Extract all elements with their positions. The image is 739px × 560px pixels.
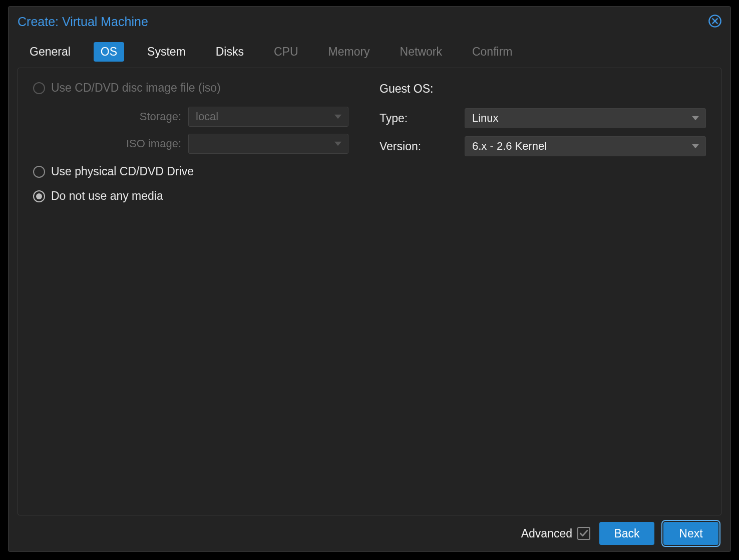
chevron-down-icon xyxy=(334,113,342,121)
tab-memory: Memory xyxy=(321,42,377,62)
dialog-header: Create: Virtual Machine xyxy=(9,7,730,37)
storage-value: local xyxy=(196,110,218,123)
close-icon xyxy=(708,14,722,28)
type-row: Type: Linux xyxy=(380,107,706,129)
content-frame: Use CD/DVD disc image file (iso) Storage… xyxy=(18,68,721,515)
radio-use-physical[interactable]: Use physical CD/DVD Drive xyxy=(33,165,359,178)
tab-general[interactable]: General xyxy=(23,42,78,62)
tab-network: Network xyxy=(393,42,449,62)
tab-system[interactable]: System xyxy=(140,42,193,62)
guest-os-column: Guest OS: Type: Linux Version: 6.x - 2.6… xyxy=(380,81,706,214)
version-value: 6.x - 2.6 Kernel xyxy=(472,140,547,153)
check-icon xyxy=(579,529,588,538)
chevron-down-icon xyxy=(691,142,699,150)
iso-image-label: ISO image: xyxy=(33,137,188,150)
type-select[interactable]: Linux xyxy=(465,108,706,128)
next-button[interactable]: Next xyxy=(663,522,718,545)
tab-disks[interactable]: Disks xyxy=(209,42,251,62)
close-button[interactable] xyxy=(707,14,722,29)
radio-icon xyxy=(33,190,45,202)
media-column: Use CD/DVD disc image file (iso) Storage… xyxy=(33,81,359,214)
radio-use-physical-label: Use physical CD/DVD Drive xyxy=(51,165,194,178)
version-label: Version: xyxy=(380,140,465,153)
tab-confirm: Confirm xyxy=(465,42,520,62)
storage-select: local xyxy=(188,107,348,127)
type-value: Linux xyxy=(472,112,499,125)
radio-use-iso-label: Use CD/DVD disc image file (iso) xyxy=(51,81,221,95)
iso-image-select xyxy=(188,134,348,154)
advanced-toggle[interactable]: Advanced xyxy=(521,527,590,540)
storage-row: Storage: local xyxy=(33,106,359,128)
guest-os-heading: Guest OS: xyxy=(380,81,706,96)
create-vm-dialog: Create: Virtual Machine General OS Syste… xyxy=(8,6,731,552)
advanced-label: Advanced xyxy=(521,527,572,540)
radio-icon xyxy=(33,166,45,178)
dialog-title: Create: Virtual Machine xyxy=(18,15,148,29)
version-row: Version: 6.x - 2.6 Kernel xyxy=(380,135,706,157)
storage-label: Storage: xyxy=(33,110,188,123)
iso-image-row: ISO image: xyxy=(33,133,359,155)
radio-use-iso[interactable]: Use CD/DVD disc image file (iso) xyxy=(33,81,359,95)
tab-os[interactable]: OS xyxy=(94,42,124,62)
dialog-footer: Advanced Back Next xyxy=(9,515,730,551)
wizard-tabbar: General OS System Disks CPU Memory Netwo… xyxy=(9,37,730,67)
version-select[interactable]: 6.x - 2.6 Kernel xyxy=(465,136,706,156)
chevron-down-icon xyxy=(691,114,699,122)
chevron-down-icon xyxy=(334,140,342,148)
type-label: Type: xyxy=(380,112,465,125)
radio-icon xyxy=(33,82,45,94)
tab-cpu: CPU xyxy=(267,42,305,62)
advanced-checkbox xyxy=(577,527,590,540)
radio-no-media-label: Do not use any media xyxy=(51,189,163,203)
back-button[interactable]: Back xyxy=(599,522,654,545)
radio-no-media[interactable]: Do not use any media xyxy=(33,189,359,203)
